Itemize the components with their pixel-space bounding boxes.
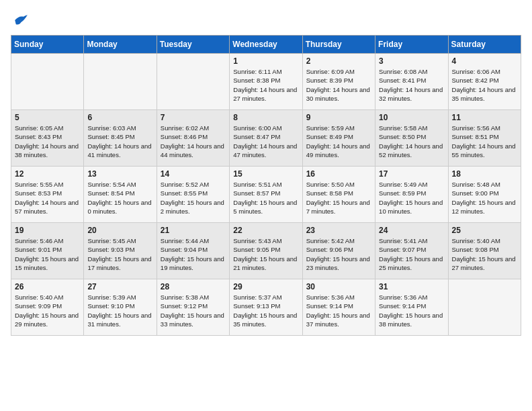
calendar-cell: 17Sunrise: 5:49 AMSunset: 8:59 PMDayligh… <box>375 167 448 223</box>
cell-content: Sunrise: 5:52 AMSunset: 8:55 PMDaylight:… <box>161 180 226 216</box>
weekday-header-cell: Tuesday <box>157 36 229 54</box>
day-number: 16 <box>306 169 371 179</box>
day-number: 19 <box>15 226 80 235</box>
weekday-header-cell: Wednesday <box>230 36 302 54</box>
calendar-table: SundayMondayTuesdayWednesdayThursdayFrid… <box>11 35 521 336</box>
cell-content: Sunrise: 5:55 AMSunset: 8:53 PMDaylight:… <box>15 180 80 216</box>
cell-content: Sunrise: 5:43 AMSunset: 9:05 PMDaylight:… <box>233 236 298 272</box>
calendar-cell: 2Sunrise: 6:09 AMSunset: 8:39 PMDaylight… <box>302 54 375 110</box>
calendar-cell: 7Sunrise: 6:02 AMSunset: 8:46 PMDaylight… <box>157 110 229 167</box>
day-number: 4 <box>452 56 517 66</box>
calendar-cell: 9Sunrise: 5:59 AMSunset: 8:49 PMDaylight… <box>302 110 375 167</box>
cell-content: Sunrise: 5:44 AMSunset: 9:04 PMDaylight:… <box>161 236 226 272</box>
weekday-header-cell: Saturday <box>448 36 521 54</box>
cell-content: Sunrise: 6:09 AMSunset: 8:39 PMDaylight:… <box>306 67 371 103</box>
calendar-cell: 29Sunrise: 5:37 AMSunset: 9:13 PMDayligh… <box>230 279 302 336</box>
day-number: 13 <box>87 169 152 179</box>
cell-content: Sunrise: 5:39 AMSunset: 9:10 PMDaylight:… <box>87 293 152 328</box>
weekday-header-cell: Friday <box>375 36 448 54</box>
weekday-header-row: SundayMondayTuesdayWednesdayThursdayFrid… <box>11 36 521 54</box>
day-number: 28 <box>161 282 226 291</box>
calendar-cell: 25Sunrise: 5:40 AMSunset: 9:08 PMDayligh… <box>448 223 521 279</box>
calendar-cell: 12Sunrise: 5:55 AMSunset: 8:53 PMDayligh… <box>11 167 84 223</box>
day-number: 29 <box>233 282 298 291</box>
day-number: 20 <box>87 226 152 235</box>
cell-content: Sunrise: 5:49 AMSunset: 8:59 PMDaylight:… <box>379 180 444 216</box>
cell-content: Sunrise: 6:11 AMSunset: 8:38 PMDaylight:… <box>233 67 298 103</box>
day-number: 12 <box>15 169 80 179</box>
calendar-cell: 18Sunrise: 5:48 AMSunset: 9:00 PMDayligh… <box>448 167 521 223</box>
day-number: 7 <box>161 113 226 122</box>
calendar-cell: 14Sunrise: 5:52 AMSunset: 8:55 PMDayligh… <box>157 167 229 223</box>
day-number: 21 <box>161 226 226 235</box>
day-number: 25 <box>452 226 517 235</box>
calendar-cell: 10Sunrise: 5:58 AMSunset: 8:50 PMDayligh… <box>375 110 448 167</box>
calendar-cell: 5Sunrise: 6:05 AMSunset: 8:43 PMDaylight… <box>11 110 84 167</box>
day-number: 14 <box>161 169 226 179</box>
weekday-header-cell: Monday <box>84 36 157 54</box>
calendar-cell: 11Sunrise: 5:56 AMSunset: 8:51 PMDayligh… <box>448 110 521 167</box>
weekday-header-cell: Thursday <box>302 36 375 54</box>
logo-icon <box>11 11 30 30</box>
day-number: 8 <box>233 113 298 122</box>
calendar-cell <box>448 279 521 336</box>
cell-content: Sunrise: 5:59 AMSunset: 8:49 PMDaylight:… <box>306 124 371 159</box>
calendar-cell <box>11 54 84 110</box>
calendar-cell: 13Sunrise: 5:54 AMSunset: 8:54 PMDayligh… <box>84 167 157 223</box>
cell-content: Sunrise: 5:50 AMSunset: 8:58 PMDaylight:… <box>306 180 371 216</box>
calendar-cell: 26Sunrise: 5:40 AMSunset: 9:09 PMDayligh… <box>11 279 84 336</box>
cell-content: Sunrise: 5:51 AMSunset: 8:57 PMDaylight:… <box>233 180 298 216</box>
calendar-cell <box>84 54 157 110</box>
day-number: 17 <box>379 169 444 179</box>
logo <box>11 11 31 30</box>
calendar-cell: 6Sunrise: 6:03 AMSunset: 8:45 PMDaylight… <box>84 110 157 167</box>
calendar-cell: 24Sunrise: 5:41 AMSunset: 9:07 PMDayligh… <box>375 223 448 279</box>
cell-content: Sunrise: 5:58 AMSunset: 8:50 PMDaylight:… <box>379 124 444 159</box>
day-number: 1 <box>233 56 298 66</box>
calendar-cell: 1Sunrise: 6:11 AMSunset: 8:38 PMDaylight… <box>230 54 302 110</box>
calendar-week-row: 12Sunrise: 5:55 AMSunset: 8:53 PMDayligh… <box>11 167 521 223</box>
cell-content: Sunrise: 6:00 AMSunset: 8:47 PMDaylight:… <box>233 124 298 159</box>
day-number: 10 <box>379 113 444 122</box>
day-number: 23 <box>306 226 371 235</box>
calendar-week-row: 1Sunrise: 6:11 AMSunset: 8:38 PMDaylight… <box>11 54 521 110</box>
calendar-cell: 23Sunrise: 5:42 AMSunset: 9:06 PMDayligh… <box>302 223 375 279</box>
cell-content: Sunrise: 5:40 AMSunset: 9:08 PMDaylight:… <box>452 236 517 272</box>
calendar-cell: 27Sunrise: 5:39 AMSunset: 9:10 PMDayligh… <box>84 279 157 336</box>
cell-content: Sunrise: 5:54 AMSunset: 8:54 PMDaylight:… <box>87 180 152 216</box>
calendar-week-row: 19Sunrise: 5:46 AMSunset: 9:01 PMDayligh… <box>11 223 521 279</box>
calendar-cell: 3Sunrise: 6:08 AMSunset: 8:41 PMDaylight… <box>375 54 448 110</box>
day-number: 15 <box>233 169 298 179</box>
cell-content: Sunrise: 5:41 AMSunset: 9:07 PMDaylight:… <box>379 236 444 272</box>
calendar-cell: 4Sunrise: 6:06 AMSunset: 8:42 PMDaylight… <box>448 54 521 110</box>
calendar-cell: 19Sunrise: 5:46 AMSunset: 9:01 PMDayligh… <box>11 223 84 279</box>
calendar-cell: 20Sunrise: 5:45 AMSunset: 9:03 PMDayligh… <box>84 223 157 279</box>
day-number: 27 <box>87 282 152 291</box>
day-number: 30 <box>306 282 371 291</box>
day-number: 3 <box>379 56 444 66</box>
calendar-cell: 16Sunrise: 5:50 AMSunset: 8:58 PMDayligh… <box>302 167 375 223</box>
calendar-cell: 21Sunrise: 5:44 AMSunset: 9:04 PMDayligh… <box>157 223 229 279</box>
cell-content: Sunrise: 5:46 AMSunset: 9:01 PMDaylight:… <box>15 236 80 272</box>
cell-content: Sunrise: 5:48 AMSunset: 9:00 PMDaylight:… <box>452 180 517 216</box>
calendar-cell: 31Sunrise: 5:36 AMSunset: 9:14 PMDayligh… <box>375 279 448 336</box>
cell-content: Sunrise: 5:36 AMSunset: 9:14 PMDaylight:… <box>306 293 371 328</box>
day-number: 11 <box>452 113 517 122</box>
calendar-cell: 30Sunrise: 5:36 AMSunset: 9:14 PMDayligh… <box>302 279 375 336</box>
calendar-week-row: 5Sunrise: 6:05 AMSunset: 8:43 PMDaylight… <box>11 110 521 167</box>
cell-content: Sunrise: 6:05 AMSunset: 8:43 PMDaylight:… <box>15 124 80 159</box>
page-header <box>11 11 521 30</box>
weekday-header-cell: Sunday <box>11 36 84 54</box>
day-number: 26 <box>15 282 80 291</box>
day-number: 5 <box>15 113 80 122</box>
day-number: 31 <box>379 282 444 291</box>
cell-content: Sunrise: 6:08 AMSunset: 8:41 PMDaylight:… <box>379 67 444 103</box>
cell-content: Sunrise: 5:42 AMSunset: 9:06 PMDaylight:… <box>306 236 371 272</box>
cell-content: Sunrise: 6:06 AMSunset: 8:42 PMDaylight:… <box>452 67 517 103</box>
calendar-cell: 8Sunrise: 6:00 AMSunset: 8:47 PMDaylight… <box>230 110 302 167</box>
calendar-cell: 15Sunrise: 5:51 AMSunset: 8:57 PMDayligh… <box>230 167 302 223</box>
day-number: 22 <box>233 226 298 235</box>
calendar-cell: 28Sunrise: 5:38 AMSunset: 9:12 PMDayligh… <box>157 279 229 336</box>
calendar-cell: 22Sunrise: 5:43 AMSunset: 9:05 PMDayligh… <box>230 223 302 279</box>
day-number: 18 <box>452 169 517 179</box>
